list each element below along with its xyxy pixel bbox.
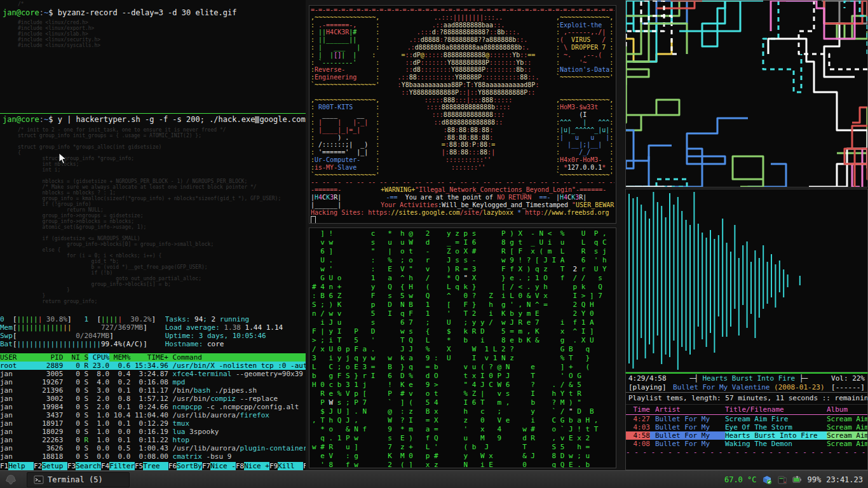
fkey-F7[interactable]: F7 — [202, 462, 210, 470]
htop-info-line: Hostname: core — [165, 340, 306, 348]
fkey-F8[interactable]: F8 — [236, 462, 244, 470]
matrix-row: 6 ] " | o t - Z o X # R [ F x ( m L R s … — [312, 247, 613, 256]
code-line: #include <linux/slab.h> — [18, 31, 306, 37]
code-line: b = (void *)__get_free_page(GFP_USER); — [18, 264, 281, 270]
code-line: group_info->nblocks = nblocks; — [18, 219, 281, 224]
taskbar-window-button[interactable]: Terminal (5) — [27, 472, 130, 487]
process-row[interactable]: jan 3005 0 S 8.0 0.4 3:24.87 xfce4-termi… — [0, 370, 306, 378]
htop-meter: Swp[ 0/2047MB] — [0, 332, 165, 340]
code-line: } — [18, 287, 281, 293]
ascii-art-row: ::Y88888888888P::|::Y88888888888P:: — [311, 89, 614, 97]
ascii-art-row: ,~~~~~~~~~~~~~~~~,..:::||||||||:::..,~~~… — [311, 14, 614, 22]
command-text: y | hackertyper.sh -g -f -s 200; ./hack.… — [58, 115, 255, 124]
terminal-window-hacker-art[interactable]: =-=-=-=-=-=-=-=-=-=-=-=-=-=-=-=-=-=-=-=-… — [309, 5, 616, 224]
code-line: goto out_undo_partial_alloc; — [18, 276, 281, 281]
pipe — [771, 1, 855, 39]
playlist-header[interactable]: Time Artist Title/Filename Album — [626, 405, 867, 415]
battery-icon[interactable] — [792, 475, 803, 485]
taskbar: Terminal (5) 67.0 °C 99% 23:41.23 — [0, 470, 868, 488]
display-icon[interactable] — [777, 475, 787, 485]
htop-info-line: Uptime: 3 days, 10:05:46 — [165, 332, 306, 340]
matrix-row: # 4 n + y Q { H ( L q k } [ / < . y h p … — [312, 283, 613, 292]
terminal-window-left[interactable]: /* jan@core:~$ byzanz-record --delay=3 -… — [0, 0, 306, 470]
process-row[interactable]: jan 3626 0 S 0.0 0.5 1:00.43 /usr/lib/au… — [0, 444, 306, 452]
matrix-row: w ' : E V " v ) R = 3 F f X ) q z T 2 r … — [312, 265, 613, 274]
fkey-label-F9[interactable]: Kill — [278, 462, 303, 470]
htop-info: Tasks: 94; 2 runningLoad average: 1.38 1… — [165, 315, 306, 348]
playlist-row[interactable]: 4:27Bullet For MyScream Aim FireScream A… — [626, 415, 867, 423]
xfce-menu-icon[interactable] — [3, 473, 19, 487]
htop-meter: Mem[||||||||||||| 727/3697MB] — [0, 323, 165, 332]
matrix-row: : B 6 Z F s 5 w Q ^ 0 ? Z i L 0 & V x I … — [312, 292, 613, 301]
matrix-row: i J u s 6 7 ; U ; y y / w J R e 7 i f 1 … — [312, 318, 613, 327]
volume-label[interactable]: Vol: 22% — [831, 374, 865, 383]
fkey-label-F2[interactable]: Setup — [42, 462, 67, 470]
htop-table-header[interactable]: USER PID NI S CPU% MEM% TIME+ Command — [0, 353, 306, 362]
fkey-label-F3[interactable]: Search — [76, 462, 101, 470]
track-title: Hearts Burst Into Fire — [702, 374, 795, 383]
track-artist: Bullet For My Valentine — [673, 383, 770, 391]
matrix-row: ' 8 f w 2 ( ] x z N i E 0 q Q E . b — [312, 461, 613, 468]
hackertyper-code-body: /* init to 2 - one for init_task, one to… — [18, 127, 281, 310]
terminal-window-ncmpcpp[interactable]: 4:29/4:58 ─┤ Hearts Burst Into Fire ├─ V… — [625, 372, 868, 470]
process-row[interactable]: jan 18029 0 S 1.0 0.0 0:16.19 lua 3spook… — [0, 428, 306, 436]
fkey-F5[interactable]: F5 — [135, 462, 143, 470]
battery-percent: 99% — [808, 475, 822, 484]
fkey-label-F6[interactable]: SortBy — [177, 462, 202, 470]
terminal-window-pipes[interactable] — [625, 0, 868, 187]
process-row[interactable]: jan 18818 0 S 0.0 0.0 0:08.00 cmatrix -b… — [0, 452, 306, 461]
htop-info-line: Load average: 1.38 1.44 1.14 — [165, 323, 306, 332]
fkey-label-F7[interactable]: Nice - — [210, 462, 236, 470]
matrix-row: , T h Q J , W ? I = X z 0 V e i C G b a … — [312, 416, 613, 425]
process-row[interactable]: jan 3437 0 S 1.0 10.4 11:04.40 /usr/lib/… — [0, 411, 306, 419]
terminal-window-cmatrix[interactable]: ] ! c * h @ 2 y z p s P ) X - N < % U P … — [309, 227, 616, 468]
matrix-row: R e % V p [ P # v o t % Z | v s I h Y t … — [312, 390, 613, 398]
playlist-row[interactable]: 4:03Bullet For MyEye Of The StormScream … — [626, 423, 867, 431]
code-line: group_info->ngroups = gidsetsize; — [18, 213, 281, 219]
pipe — [824, 1, 867, 24]
process-row[interactable]: jan 22263 0 R 1.0 0.1 0:11.22 htop — [0, 436, 306, 444]
matrix-row: > ; i T 5 ' T Q L * b i 8 e b K & g . X … — [312, 336, 613, 345]
playlist-row[interactable]: 4:58Bullet For MyHearts Burst Into FireS… — [626, 431, 867, 440]
process-row[interactable]: jan 19984 0 S 2.0 0.1 0:24.66 ncmpcpp -c… — [0, 403, 306, 411]
code-line: gid_t *b; — [18, 259, 281, 264]
fkey-F9[interactable]: F9 — [269, 462, 278, 470]
fkey-label-F5[interactable]: Tree — [143, 462, 168, 470]
pipe — [809, 149, 867, 187]
fkey-label-F1[interactable]: Help — [8, 462, 34, 470]
volume-bar[interactable]: [------] — [831, 383, 865, 392]
art-dash-row: -- -- -- -- -- -- -- -- -- -- -- -- -- -… — [311, 179, 614, 186]
system-tray: 67.0 °C 99% 23:41.23 — [724, 475, 868, 485]
code-line: group_info = kmalloc(sizeof(*group_info)… — [18, 196, 281, 201]
process-row[interactable]: jan 21396 0 S 3.0 0.1 0:11.17 /bin/bash … — [0, 386, 306, 395]
htop-meter: Bat[||||||||||||||||||||99.4%(A/C)] — [0, 340, 165, 348]
code-line: if (!b) — [18, 270, 281, 276]
pane-divider — [0, 113, 306, 114]
playlist-row[interactable]: 4:08Bullet For MyWaking The DemonScream … — [626, 440, 867, 448]
ascii-art-row: : | | |-_| :::d8888888888888:::^^^ | ^^^… — [311, 119, 614, 126]
matrix-rain: ] ! c * h @ 2 y z p s P ) X - N < % U P … — [309, 228, 616, 468]
fkey-F3[interactable]: F3 — [67, 462, 76, 470]
fkey-F6[interactable]: F6 — [168, 462, 177, 470]
fkey-F10[interactable]: F10 — [303, 462, 306, 470]
code-line: if (!group_info) — [18, 201, 281, 207]
process-row[interactable]: jan 19267 0 S 4.0 0.2 0:16.08 mpd — [0, 378, 306, 386]
clock[interactable]: 23:41.23 — [826, 475, 863, 484]
process-row[interactable]: jan 18917 0 S 1.0 0.1 0:12.29 tmux — [0, 419, 306, 428]
taskbar-window-label: Terminal (5) — [48, 475, 103, 484]
fkey-F1[interactable]: F1 — [0, 462, 8, 470]
code-line: return group_info; — [18, 299, 281, 304]
fkey-label-F4[interactable]: Filter — [109, 462, 135, 470]
fkey-F4[interactable]: F4 — [101, 462, 109, 470]
art-border-top: =-=-=-=-=-=-=-=-=-=-=-=-=-=-=-=-=-=-=-=-… — [311, 6, 614, 14]
ascii-art-row: : ____ __ ::::8888888888888:::: (I : — [311, 111, 614, 119]
code-line: { — [18, 150, 281, 156]
fkey-label-F8[interactable]: Nice + — [244, 462, 269, 470]
playlist-status: Playlist tems, length: 57 minutes, 11 se… — [626, 392, 867, 405]
process-row[interactable]: root 2889 0 R 23.0 0.6 15:34.96 /usr/bin… — [0, 362, 306, 370]
updates-icon[interactable] — [762, 475, 772, 485]
terminal-window-visualizer[interactable] — [625, 189, 868, 372]
track-date: (2008-01-23) — [774, 383, 824, 391]
process-row[interactable]: jan 3002 0 S 2.0 0.8 1:57.12 /usr/bin/co… — [0, 395, 306, 403]
fkey-F2[interactable]: F2 — [34, 462, 42, 470]
